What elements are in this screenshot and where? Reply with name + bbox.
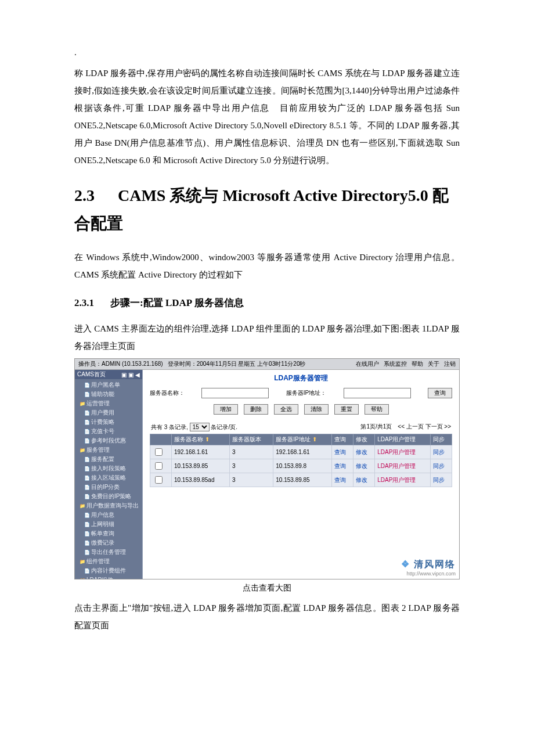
row-checkbox[interactable] [155, 476, 163, 484]
table-header-cell: 同步 [431, 434, 452, 445]
server-name-cell: 10.153.89.85 [171, 459, 229, 473]
server-name-label: 服务器名称： [150, 389, 185, 397]
document-page: . 称 LDAP 服务器中,保存用户密码的属性名称自动连接间隔时长 CAMS 系… [0, 0, 534, 756]
search-button[interactable]: 查询 [428, 388, 452, 398]
login-time-label: 登录时间：2004年11月5日 星期五 上午03时11分20秒 [168, 360, 306, 368]
nav-item[interactable]: 缴费记录 [77, 538, 141, 548]
link-logout[interactable]: 注销 [444, 360, 456, 368]
link-help[interactable]: 帮助 [412, 360, 423, 368]
nav-item[interactable]: 参考时段优惠 [77, 436, 141, 445]
row-checkbox-cell [150, 445, 172, 459]
server-ip-cell: 10.153.89.85 [273, 473, 332, 487]
table-row: 10.153.89.85ad310.153.89.85查询修改LDAP用户管理同… [150, 473, 452, 487]
clear-button[interactable]: 清除 [304, 404, 329, 415]
row-modify-link[interactable]: 修改 [353, 459, 375, 473]
row-ldap-user-link[interactable]: LDAP用户管理 [375, 473, 431, 487]
table-header-cell: 修改 [353, 434, 375, 445]
action-button-row: 增加 删除 全选 清除 重置 帮助 [143, 401, 459, 420]
link-system-monitor[interactable]: 系统监控 [384, 360, 407, 368]
trailing-paragraph: 点击主界面上"增加"按钮,进入 LDAP 服务器增加页面,配置 LDAP 服务器… [74, 599, 460, 634]
table-row: 10.153.89.85310.153.89.8查询修改LDAP用户管理同步 [150, 459, 452, 473]
row-sync-link[interactable]: 同步 [431, 473, 452, 487]
server-name-cell: 192.168.1.61 [171, 445, 229, 459]
row-sync-link[interactable]: 同步 [431, 459, 452, 473]
nav-item[interactable]: 用户费用 [77, 408, 141, 417]
topbar: 操作员：ADMIN (10.153.21.168) 登录时间：2004年11月5… [75, 359, 459, 370]
reset-button[interactable]: 重置 [334, 404, 359, 415]
row-modify-link[interactable]: 修改 [353, 473, 375, 487]
section-number: 2.3 [74, 186, 95, 204]
section-intro-paragraph: 在 Windows 系统中,Window2000、window2003 等服务器… [74, 249, 460, 283]
row-query-link[interactable]: 查询 [332, 459, 353, 473]
row-sync-link[interactable]: 同步 [431, 445, 452, 459]
intro-paragraph: 称 LDAP 服务器中,保存用户密码的属性名称自动连接间隔时长 CAMS 系统在… [74, 64, 460, 169]
section-title: CAMS 系统与 Microsoft Active Directory5.0 配… [74, 186, 449, 232]
watermark-cn: ❖ 清风网络 [401, 559, 456, 571]
tree-toggle-icon[interactable]: ▣ ▣ ◀ [121, 372, 140, 378]
link-online-users[interactable]: 在线用户 [356, 360, 379, 368]
nav-item[interactable]: 免费目的IP策略 [77, 492, 141, 501]
server-version-cell: 3 [230, 445, 273, 459]
server-ip-cell: 192.168.1.61 [273, 445, 332, 459]
row-query-link[interactable]: 查询 [332, 445, 353, 459]
table-header-cell: 服务器版本 [230, 434, 273, 445]
nav-item[interactable]: 接入区域策略 [77, 473, 141, 483]
page-nav[interactable]: 第1页/共1页 << 上一页 下一页 >> [360, 423, 451, 431]
nav-item[interactable]: 帐单查询 [77, 529, 141, 538]
per-page-select[interactable]: 15 [190, 423, 210, 431]
nav-item[interactable]: 服务配置 [77, 455, 141, 464]
watermark-url: http://www.vipcn.com [401, 571, 456, 577]
table-header-row: 服务器名称 ⬆服务器版本服务器IP地址 ⬆查询修改LDAP用户管理同步 [150, 434, 452, 445]
nav-item[interactable]: 上网明细 [77, 520, 141, 529]
table-header-cell: 查询 [332, 434, 353, 445]
nav-item[interactable]: 辅助功能 [77, 390, 141, 399]
row-ldap-user-link[interactable]: LDAP用户管理 [375, 445, 431, 459]
server-name-cell: 10.153.89.85ad [171, 473, 229, 487]
nav-item[interactable]: LDAP组件 [77, 575, 141, 579]
row-checkbox[interactable] [155, 462, 163, 470]
nav-item[interactable]: 服务管理 [77, 445, 141, 455]
server-version-cell: 3 [230, 473, 273, 487]
server-table: 服务器名称 ⬆服务器版本服务器IP地址 ⬆查询修改LDAP用户管理同步 192.… [150, 434, 452, 487]
select-all-button[interactable]: 全选 [274, 404, 298, 415]
subsection-title: 步骤一:配置 LDAP 服务器信息 [110, 297, 244, 308]
topbar-links: 在线用户 系统监控 帮助 关于 注销 [356, 360, 456, 368]
watermark: ❖ 清风网络 http://www.vipcn.com [401, 559, 456, 577]
server-name-input[interactable] [201, 388, 269, 398]
row-modify-link[interactable]: 修改 [353, 445, 375, 459]
leading-dot: . [74, 48, 460, 57]
delete-button[interactable]: 删除 [244, 404, 268, 415]
add-button[interactable]: 增加 [214, 404, 238, 415]
row-ldap-user-link[interactable]: LDAP用户管理 [375, 459, 431, 473]
server-ip-input[interactable] [344, 388, 411, 398]
nav-item[interactable]: 用户黑名单 [77, 380, 141, 390]
figure-body: CAMS首页 ▣ ▣ ◀ 用户黑名单辅助功能运营管理用户费用计费策略充值卡号参考… [75, 370, 459, 579]
nav-item[interactable]: 计费策略 [77, 417, 141, 427]
nav-item[interactable]: 运营管理 [77, 399, 141, 408]
nav-item[interactable]: 导出任务管理 [77, 548, 141, 557]
row-checkbox-cell [150, 459, 172, 473]
table-body: 192.168.1.613192.168.1.61查询修改LDAP用户管理同步1… [150, 445, 452, 487]
row-query-link[interactable]: 查询 [332, 473, 353, 487]
nav-item[interactable]: 目的IP分类 [77, 483, 141, 492]
nav-item[interactable]: 用户信息 [77, 510, 141, 520]
figure-intro-paragraph: 进入 CAMS 主界面左边的组件治理,选择 LDAP 组件里面的 LDAP 服务… [74, 320, 460, 355]
nav-item[interactable]: 接入时段策略 [77, 464, 141, 473]
operator-label: 操作员：ADMIN (10.153.21.168) [78, 360, 163, 368]
figure-caption-link[interactable]: 点击查看大图 [74, 583, 460, 593]
table-row: 192.168.1.613192.168.1.61查询修改LDAP用户管理同步 [150, 445, 452, 459]
nav-item[interactable]: 内容计费组件 [77, 566, 141, 575]
link-about[interactable]: 关于 [428, 360, 439, 368]
table-header-cell: 服务器IP地址 ⬆ [273, 434, 332, 445]
cams-home-header[interactable]: CAMS首页 ▣ ▣ ◀ [75, 370, 142, 379]
nav-item[interactable]: 组件管理 [77, 557, 141, 566]
server-ip-label: 服务器IP地址： [286, 389, 326, 397]
table-header-cell [150, 434, 172, 445]
row-checkbox[interactable] [155, 448, 163, 456]
subsection-heading-2-3-1: 2.3.1步骤一:配置 LDAP 服务器信息 [74, 296, 460, 309]
help-button[interactable]: 帮助 [365, 404, 389, 415]
section-heading-2-3: 2.3CAMS 系统与 Microsoft Active Directory5.… [74, 182, 460, 237]
nav-item[interactable]: 充值卡号 [77, 427, 141, 436]
nav-item[interactable]: 用户数据查询与导出 [77, 501, 141, 510]
search-row: 服务器名称： 服务器IP地址： 查询 [143, 386, 459, 401]
